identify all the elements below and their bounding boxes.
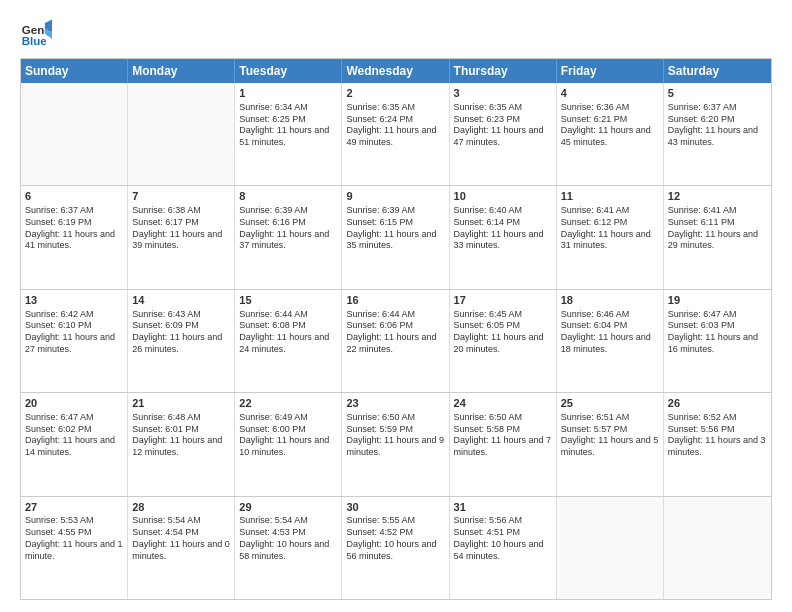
calendar-cell-day-5: 5Sunrise: 6:37 AM Sunset: 6:20 PM Daylig… [664,83,771,185]
day-number: 10 [454,189,552,204]
day-number: 2 [346,86,444,101]
calendar-cell-empty [128,83,235,185]
day-number: 15 [239,293,337,308]
cell-info: Sunrise: 6:41 AM Sunset: 6:12 PM Dayligh… [561,205,659,252]
cell-info: Sunrise: 6:38 AM Sunset: 6:17 PM Dayligh… [132,205,230,252]
day-number: 23 [346,396,444,411]
header-day-tuesday: Tuesday [235,59,342,83]
header-day-thursday: Thursday [450,59,557,83]
cell-info: Sunrise: 6:44 AM Sunset: 6:06 PM Dayligh… [346,309,444,356]
cell-info: Sunrise: 6:51 AM Sunset: 5:57 PM Dayligh… [561,412,659,459]
day-number: 12 [668,189,767,204]
header-day-saturday: Saturday [664,59,771,83]
svg-text:Blue: Blue [22,35,48,47]
calendar-cell-day-14: 14Sunrise: 6:43 AM Sunset: 6:09 PM Dayli… [128,290,235,392]
cell-info: Sunrise: 6:47 AM Sunset: 6:03 PM Dayligh… [668,309,767,356]
cell-info: Sunrise: 6:40 AM Sunset: 6:14 PM Dayligh… [454,205,552,252]
day-number: 29 [239,500,337,515]
calendar-cell-day-18: 18Sunrise: 6:46 AM Sunset: 6:04 PM Dayli… [557,290,664,392]
page: General Blue SundayMondayTuesdayWednesda… [0,0,792,612]
logo-icon: General Blue [20,16,52,48]
calendar-cell-day-19: 19Sunrise: 6:47 AM Sunset: 6:03 PM Dayli… [664,290,771,392]
calendar-row-1: 1Sunrise: 6:34 AM Sunset: 6:25 PM Daylig… [21,83,771,185]
calendar: SundayMondayTuesdayWednesdayThursdayFrid… [20,58,772,600]
calendar-header: SundayMondayTuesdayWednesdayThursdayFrid… [21,59,771,83]
calendar-cell-day-31: 31Sunrise: 5:56 AM Sunset: 4:51 PM Dayli… [450,497,557,599]
day-number: 24 [454,396,552,411]
calendar-cell-day-8: 8Sunrise: 6:39 AM Sunset: 6:16 PM Daylig… [235,186,342,288]
cell-info: Sunrise: 5:53 AM Sunset: 4:55 PM Dayligh… [25,515,123,562]
cell-info: Sunrise: 6:36 AM Sunset: 6:21 PM Dayligh… [561,102,659,149]
day-number: 28 [132,500,230,515]
cell-info: Sunrise: 6:48 AM Sunset: 6:01 PM Dayligh… [132,412,230,459]
calendar-cell-day-9: 9Sunrise: 6:39 AM Sunset: 6:15 PM Daylig… [342,186,449,288]
calendar-cell-day-11: 11Sunrise: 6:41 AM Sunset: 6:12 PM Dayli… [557,186,664,288]
cell-info: Sunrise: 5:55 AM Sunset: 4:52 PM Dayligh… [346,515,444,562]
cell-info: Sunrise: 6:50 AM Sunset: 5:59 PM Dayligh… [346,412,444,459]
calendar-cell-day-15: 15Sunrise: 6:44 AM Sunset: 6:08 PM Dayli… [235,290,342,392]
day-number: 16 [346,293,444,308]
day-number: 26 [668,396,767,411]
cell-info: Sunrise: 6:37 AM Sunset: 6:19 PM Dayligh… [25,205,123,252]
day-number: 21 [132,396,230,411]
cell-info: Sunrise: 6:44 AM Sunset: 6:08 PM Dayligh… [239,309,337,356]
header-day-wednesday: Wednesday [342,59,449,83]
cell-info: Sunrise: 6:50 AM Sunset: 5:58 PM Dayligh… [454,412,552,459]
day-number: 5 [668,86,767,101]
day-number: 22 [239,396,337,411]
calendar-cell-day-21: 21Sunrise: 6:48 AM Sunset: 6:01 PM Dayli… [128,393,235,495]
day-number: 31 [454,500,552,515]
calendar-row-5: 27Sunrise: 5:53 AM Sunset: 4:55 PM Dayli… [21,496,771,599]
day-number: 20 [25,396,123,411]
cell-info: Sunrise: 6:47 AM Sunset: 6:02 PM Dayligh… [25,412,123,459]
day-number: 17 [454,293,552,308]
logo: General Blue [20,16,52,48]
day-number: 18 [561,293,659,308]
calendar-cell-day-29: 29Sunrise: 5:54 AM Sunset: 4:53 PM Dayli… [235,497,342,599]
cell-info: Sunrise: 6:39 AM Sunset: 6:16 PM Dayligh… [239,205,337,252]
day-number: 27 [25,500,123,515]
header: General Blue [20,16,772,48]
cell-info: Sunrise: 5:54 AM Sunset: 4:53 PM Dayligh… [239,515,337,562]
day-number: 6 [25,189,123,204]
cell-info: Sunrise: 6:49 AM Sunset: 6:00 PM Dayligh… [239,412,337,459]
calendar-cell-day-7: 7Sunrise: 6:38 AM Sunset: 6:17 PM Daylig… [128,186,235,288]
day-number: 4 [561,86,659,101]
calendar-cell-day-12: 12Sunrise: 6:41 AM Sunset: 6:11 PM Dayli… [664,186,771,288]
calendar-cell-day-10: 10Sunrise: 6:40 AM Sunset: 6:14 PM Dayli… [450,186,557,288]
calendar-cell-day-25: 25Sunrise: 6:51 AM Sunset: 5:57 PM Dayli… [557,393,664,495]
cell-info: Sunrise: 5:56 AM Sunset: 4:51 PM Dayligh… [454,515,552,562]
calendar-cell-day-1: 1Sunrise: 6:34 AM Sunset: 6:25 PM Daylig… [235,83,342,185]
day-number: 30 [346,500,444,515]
cell-info: Sunrise: 6:52 AM Sunset: 5:56 PM Dayligh… [668,412,767,459]
day-number: 9 [346,189,444,204]
day-number: 14 [132,293,230,308]
calendar-cell-day-13: 13Sunrise: 6:42 AM Sunset: 6:10 PM Dayli… [21,290,128,392]
day-number: 8 [239,189,337,204]
calendar-cell-day-17: 17Sunrise: 6:45 AM Sunset: 6:05 PM Dayli… [450,290,557,392]
calendar-cell-day-4: 4Sunrise: 6:36 AM Sunset: 6:21 PM Daylig… [557,83,664,185]
cell-info: Sunrise: 6:45 AM Sunset: 6:05 PM Dayligh… [454,309,552,356]
calendar-cell-day-30: 30Sunrise: 5:55 AM Sunset: 4:52 PM Dayli… [342,497,449,599]
calendar-cell-day-2: 2Sunrise: 6:35 AM Sunset: 6:24 PM Daylig… [342,83,449,185]
day-number: 1 [239,86,337,101]
calendar-body: 1Sunrise: 6:34 AM Sunset: 6:25 PM Daylig… [21,83,771,599]
calendar-cell-empty [21,83,128,185]
cell-info: Sunrise: 6:34 AM Sunset: 6:25 PM Dayligh… [239,102,337,149]
calendar-cell-day-6: 6Sunrise: 6:37 AM Sunset: 6:19 PM Daylig… [21,186,128,288]
header-day-friday: Friday [557,59,664,83]
calendar-cell-day-20: 20Sunrise: 6:47 AM Sunset: 6:02 PM Dayli… [21,393,128,495]
cell-info: Sunrise: 6:39 AM Sunset: 6:15 PM Dayligh… [346,205,444,252]
calendar-cell-day-27: 27Sunrise: 5:53 AM Sunset: 4:55 PM Dayli… [21,497,128,599]
calendar-cell-day-3: 3Sunrise: 6:35 AM Sunset: 6:23 PM Daylig… [450,83,557,185]
cell-info: Sunrise: 6:42 AM Sunset: 6:10 PM Dayligh… [25,309,123,356]
day-number: 3 [454,86,552,101]
calendar-cell-day-22: 22Sunrise: 6:49 AM Sunset: 6:00 PM Dayli… [235,393,342,495]
cell-info: Sunrise: 6:41 AM Sunset: 6:11 PM Dayligh… [668,205,767,252]
calendar-cell-day-26: 26Sunrise: 6:52 AM Sunset: 5:56 PM Dayli… [664,393,771,495]
cell-info: Sunrise: 6:35 AM Sunset: 6:23 PM Dayligh… [454,102,552,149]
calendar-row-2: 6Sunrise: 6:37 AM Sunset: 6:19 PM Daylig… [21,185,771,288]
day-number: 25 [561,396,659,411]
calendar-cell-day-23: 23Sunrise: 6:50 AM Sunset: 5:59 PM Dayli… [342,393,449,495]
calendar-row-3: 13Sunrise: 6:42 AM Sunset: 6:10 PM Dayli… [21,289,771,392]
